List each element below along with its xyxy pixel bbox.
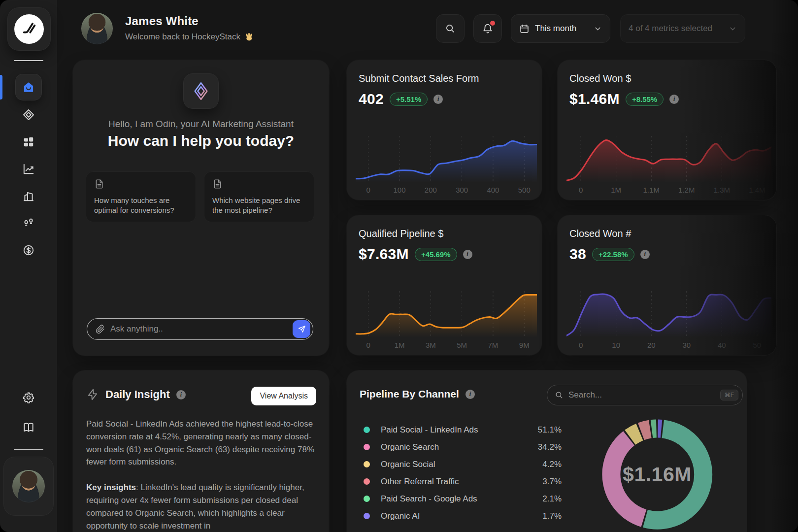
calendar-icon: [519, 24, 530, 34]
metric-title: Submit Contact Sales Form: [359, 73, 479, 84]
sparkline-chart: 01M1.1M1.2M1.3M1.4M: [566, 134, 771, 195]
channel-search-input[interactable]: [568, 390, 715, 400]
grid-icon: [22, 135, 35, 148]
svg-text:1.2M: 1.2M: [678, 186, 695, 194]
info-icon[interactable]: i: [466, 390, 475, 399]
odin-diamond-icon: [191, 81, 211, 101]
buildings-icon: [22, 190, 35, 202]
welcome-text: Welcome back to HockeyStack: [125, 32, 254, 42]
sparkline-chart: 01020304050: [566, 289, 771, 350]
suggestion-card-pages[interactable]: Which website pages drive the most pipel…: [204, 172, 314, 222]
ask-anything-inputbar: [87, 318, 313, 340]
metric-card-closed-won-count: Closed Won # 38 +22.58% i 01020304050: [558, 215, 776, 355]
date-filter-label: This month: [535, 24, 588, 33]
sidebar-item-dashboards[interactable]: [19, 132, 38, 152]
sidebar-item-docs[interactable]: [19, 418, 38, 437]
channel-search-bar: ⌘F: [547, 385, 743, 405]
document-icon: [212, 179, 223, 189]
notifications-button[interactable]: [474, 15, 501, 42]
svg-text:1M: 1M: [395, 341, 405, 349]
metric-card-qualified-pipeline: Qualified Pipeline $ $7.63M +45.69% i 01…: [347, 215, 542, 355]
paperclip-icon[interactable]: [96, 325, 105, 334]
legend-value: 34.2%: [538, 442, 562, 452]
legend-value: 51.1%: [538, 425, 562, 435]
svg-text:7M: 7M: [488, 341, 499, 349]
hockeystack-logo[interactable]: [8, 8, 50, 50]
metric-title: Closed Won $: [569, 73, 631, 84]
header-avatar[interactable]: [81, 13, 113, 44]
delta-badge: +22.58%: [592, 248, 634, 261]
legend-value: 4.2%: [542, 460, 562, 469]
sidebar-item-revenue[interactable]: [19, 240, 38, 260]
insight-key-label: Key insights: [86, 483, 136, 492]
svg-text:40: 40: [718, 341, 726, 349]
legend-value: 1.7%: [542, 511, 562, 521]
sidebar-item-settings[interactable]: [19, 388, 38, 407]
pipeline-by-channel-card: Pipeline By Channel i ⌘F Paid Social - L…: [347, 370, 747, 532]
svg-text:1.3M: 1.3M: [714, 186, 730, 194]
pipeline-donut-chart: $1.16M: [597, 414, 718, 532]
info-icon[interactable]: i: [433, 95, 443, 104]
avatar: [12, 470, 45, 502]
svg-text:1.1M: 1.1M: [643, 186, 660, 194]
svg-text:0: 0: [366, 341, 370, 349]
svg-text:10: 10: [612, 341, 620, 349]
insight-text: Paid Social - LinkedIn Ads achieved the …: [86, 418, 316, 532]
sidebar-divider-top: [14, 60, 43, 61]
sidebar-item-odin[interactable]: [19, 105, 38, 125]
send-button[interactable]: [293, 320, 310, 338]
legend-label: Paid Search - Google Ads: [381, 494, 477, 504]
legend-item[interactable]: Paid Search - Google Ads 2.1%: [364, 490, 562, 507]
sidebar-item-company[interactable]: [19, 186, 38, 206]
legend-value: 2.1%: [542, 494, 562, 504]
lightning-icon: [86, 388, 99, 401]
sidebar-user-avatar[interactable]: [4, 457, 53, 515]
legend-dot: [364, 444, 370, 450]
channel-legend: Paid Social - LinkedIn Ads 51.1% Organic…: [364, 421, 562, 525]
legend-dot: [364, 513, 370, 519]
view-analysis-button[interactable]: View Analysis: [251, 387, 316, 405]
legend-label: Paid Social - LinkedIn Ads: [381, 425, 478, 435]
info-icon[interactable]: i: [640, 250, 650, 259]
metric-value: 402: [359, 91, 384, 107]
ai-greeting: Hello, I am Odin, your AI Marketing Assi…: [73, 119, 329, 130]
svg-text:3M: 3M: [426, 341, 436, 349]
search-button[interactable]: [436, 15, 464, 42]
sidebar-item-reports[interactable]: [19, 159, 38, 179]
legend-item[interactable]: Paid Social - LinkedIn Ads 51.1%: [364, 421, 562, 438]
sidebar-item-home[interactable]: [19, 77, 38, 97]
date-filter[interactable]: This month: [511, 15, 610, 42]
delta-badge: +45.69%: [415, 248, 457, 261]
document-icon: [94, 179, 104, 189]
sidebar: [0, 0, 57, 532]
donut-center-value: $1.16M: [597, 414, 718, 532]
insight-paragraph: Paid Social - LinkedIn Ads achieved the …: [86, 419, 314, 466]
metrics-filter[interactable]: 4 of 4 metrics selected: [621, 15, 745, 42]
legend-dot: [364, 461, 370, 467]
info-icon[interactable]: i: [669, 95, 679, 104]
chevron-down-icon: [729, 25, 737, 33]
metric-card-closed-won-dollars: Closed Won $ $1.46M +8.55% i 01M1.1M1.2M…: [558, 60, 776, 200]
legend-item[interactable]: Other Referral Traffic 3.7%: [364, 473, 562, 490]
svg-text:1.4M: 1.4M: [749, 186, 765, 194]
sidebar-item-journeys[interactable]: [19, 213, 38, 233]
sidebar-divider-bottom: [14, 449, 43, 450]
suggestion-card-touches[interactable]: How many touches are optimal for convers…: [86, 172, 196, 222]
legend-item[interactable]: Organic AI 1.7%: [364, 507, 562, 525]
hockey-stick-icon: [14, 14, 44, 44]
gear-icon: [22, 391, 35, 404]
book-icon: [22, 421, 35, 434]
info-icon[interactable]: i: [463, 250, 472, 259]
legend-item[interactable]: Organic Social 4.2%: [364, 456, 562, 473]
legend-value: 3.7%: [542, 477, 562, 487]
line-chart-icon: [22, 163, 35, 175]
diamond-icon: [22, 108, 35, 121]
ask-anything-input[interactable]: [110, 324, 287, 334]
svg-text:20: 20: [647, 341, 656, 349]
search-icon: [445, 23, 456, 34]
svg-text:9M: 9M: [519, 341, 530, 349]
odin-logo: [184, 74, 218, 108]
legend-item[interactable]: Organic Search 34.2%: [364, 438, 562, 456]
info-icon[interactable]: i: [176, 390, 186, 399]
notification-dot: [490, 21, 495, 26]
